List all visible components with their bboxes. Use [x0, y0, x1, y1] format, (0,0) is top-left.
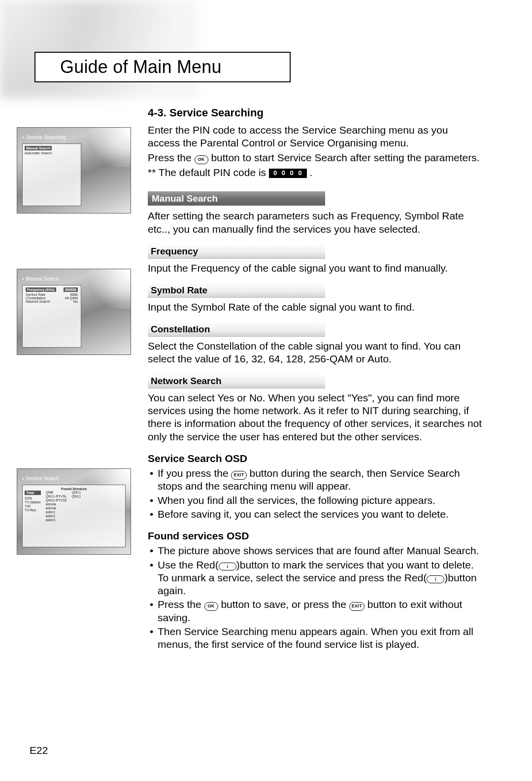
- symbol-rate-text: Input the Symbol Rate of the cable signa…: [148, 301, 483, 314]
- subheader-frequency: Frequency: [148, 245, 325, 259]
- frequency-text: Input the Frequency of the cable signal …: [148, 262, 483, 275]
- constellation-text: Select the Constellation of the cable si…: [148, 340, 483, 366]
- main-content: 4-3. Service Searching Enter the PIN cod…: [148, 106, 483, 652]
- screenshot-manual-search: ▪Manual Search Frequency (KHz)390000 Sym…: [17, 269, 131, 355]
- page-gradient: [0, 0, 197, 99]
- screenshot-found-services: ▪Service Search Found Services Total SDN…: [17, 468, 131, 555]
- red-i-button-icon: i: [427, 575, 444, 583]
- subheader-network-search: Network Search: [148, 374, 325, 389]
- header-service-search-osd: Service Search OSD: [148, 452, 483, 465]
- manual-search-text: After setting the search parameters such…: [148, 210, 483, 236]
- network-search-text: You can select Yes or No. When you selec…: [148, 391, 483, 443]
- intro-text-b: Press the OK button to start Service Sea…: [148, 151, 483, 164]
- service-search-osd-list: If you press the EXIT button during the …: [148, 467, 483, 521]
- section-title: 4-3. Service Searching: [148, 106, 483, 120]
- header-found-services-osd: Found services OSD: [148, 530, 483, 542]
- intro-text-a: Enter the PIN code to access the Service…: [148, 124, 483, 150]
- ok-button-icon: OK: [204, 602, 218, 611]
- red-i-button-icon: i: [219, 563, 236, 570]
- page-number: E22: [30, 745, 48, 756]
- exit-button-icon: EXIT: [349, 602, 365, 611]
- subheader-manual-search: Manual Search: [148, 191, 325, 206]
- pin-code-badge: 0 0 0 0: [269, 169, 307, 178]
- chapter-title: Guide of Main Menu: [34, 52, 291, 82]
- subheader-symbol-rate: Symbol Rate: [148, 284, 325, 298]
- exit-button-icon: EXIT: [231, 471, 246, 480]
- found-services-osd-list: The picture above shows services that ar…: [148, 544, 483, 651]
- subheader-constellation: Constellation: [148, 322, 325, 337]
- screenshot-service-searching: ▪Service Searching Manual Search Automat…: [17, 127, 131, 213]
- ok-button-icon: OK: [195, 155, 208, 164]
- pin-note: ** The default PIN code is 0 0 0 0 .: [148, 166, 483, 179]
